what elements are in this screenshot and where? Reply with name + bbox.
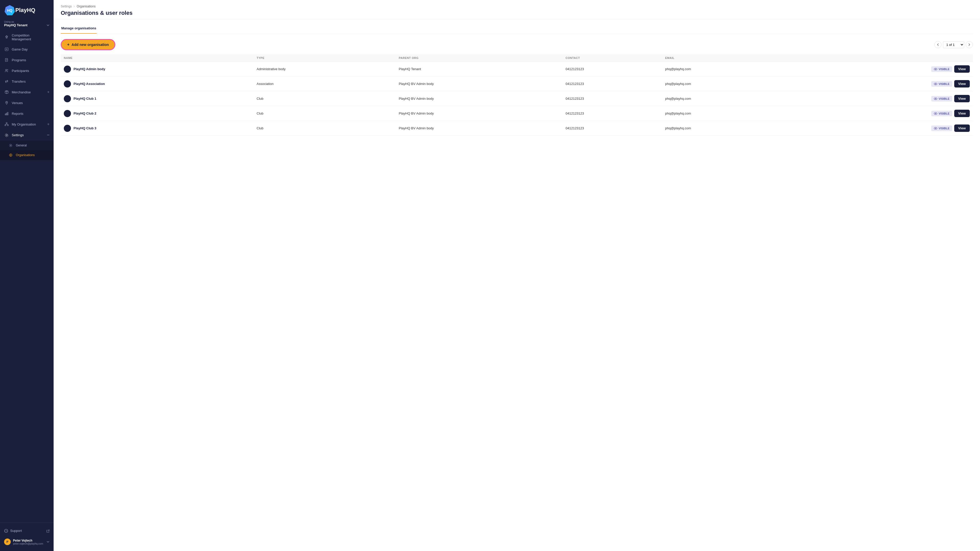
eye-icon: [934, 127, 937, 130]
cell-actions-4: VISIBLE View: [792, 121, 973, 136]
sidebar-item-transfers[interactable]: Transfers: [0, 76, 54, 87]
cell-actions-0: VISIBLE View: [792, 62, 973, 76]
svg-point-5: [6, 102, 7, 103]
svg-text:?: ?: [5, 530, 6, 532]
user-avatar: P: [4, 538, 11, 545]
venue-icon: [4, 100, 9, 105]
cell-actions-2: VISIBLE View: [792, 91, 973, 106]
sidebar-label-organisations: Organisations: [16, 153, 35, 157]
cell-name-3: PlayHQ Club 2: [61, 106, 254, 121]
myorg-plus-icon: +: [47, 122, 49, 127]
view-button-1[interactable]: View: [954, 80, 970, 87]
view-button-0[interactable]: View: [954, 65, 970, 73]
sidebar-label-myorg: My Organisation: [12, 122, 36, 126]
cell-type-2: Club: [254, 91, 396, 106]
tab-manage-organisations[interactable]: Manage organisations: [61, 24, 97, 34]
gameday-icon: [4, 47, 9, 52]
breadcrumb-root[interactable]: Settings: [61, 5, 72, 8]
svg-rect-6: [5, 114, 6, 115]
sidebar-label-participants: Participants: [12, 69, 29, 73]
cell-email-3: phq@playhq.com: [662, 106, 792, 121]
sidebar-item-myorg[interactable]: My Organisation +: [0, 119, 54, 130]
cell-email-4: phq@playhq.com: [662, 121, 792, 136]
cell-name-4: PlayHQ Club 3: [61, 121, 254, 136]
pagination: 1 of 1: [934, 41, 973, 48]
org-name-3: PlayHQ Club 2: [73, 111, 97, 115]
sidebar-item-participants[interactable]: Participants: [0, 65, 54, 76]
user-email: peter.vojtech@playhq.com: [13, 542, 46, 545]
table-row: PlayHQ Admin body Administrative body Pl…: [61, 62, 973, 76]
tenant-selector[interactable]: PlayHQ Tenant: [4, 23, 49, 27]
view-button-4[interactable]: View: [954, 124, 970, 132]
sidebar-item-gameday[interactable]: Game Day: [0, 44, 54, 55]
pagination-prev-button[interactable]: [934, 41, 942, 48]
cell-contact-0: 0412123123: [563, 62, 662, 76]
main-header: Settings > Organisations Organisations &…: [54, 0, 980, 19]
visible-badge-0[interactable]: VISIBLE: [931, 66, 952, 72]
sidebar-footer: ? Support P Peter Vojtech peter.vojtech@…: [0, 522, 54, 551]
cell-actions-1: VISIBLE View: [792, 76, 973, 91]
visible-badge-2[interactable]: VISIBLE: [931, 96, 952, 102]
cell-name-1: PlayHQ Association: [61, 76, 254, 91]
org-avatar-0: [64, 65, 71, 73]
view-button-3[interactable]: View: [954, 110, 970, 117]
sidebar-item-general[interactable]: General: [0, 141, 54, 150]
svg-point-24: [935, 113, 936, 114]
eye-icon: [934, 83, 937, 85]
question-icon: ?: [4, 529, 8, 533]
svg-point-18: [935, 68, 936, 70]
cell-parent-3: PlayHQ BV Admin body: [396, 106, 563, 121]
pagination-next-button[interactable]: [966, 41, 973, 48]
sidebar-item-settings[interactable]: Settings −: [0, 130, 54, 141]
cell-type-0: Administrative body: [254, 62, 396, 76]
sidebar-item-merchandise[interactable]: Merchandise +: [0, 87, 54, 97]
sidebar-item-organisations[interactable]: Organisations: [0, 150, 54, 160]
org-icon: [4, 122, 9, 127]
org-name-4: PlayHQ Club 3: [73, 126, 97, 130]
cell-parent-2: PlayHQ BV Admin body: [396, 91, 563, 106]
book-icon: [4, 57, 9, 62]
add-organisation-button[interactable]: + Add new organisation: [61, 39, 115, 50]
cell-name-2: PlayHQ Club 1: [61, 91, 254, 106]
svg-rect-10: [5, 125, 6, 126]
sidebar-item-venues[interactable]: Venues: [0, 97, 54, 108]
svg-rect-7: [6, 113, 7, 115]
support-link[interactable]: ? Support: [0, 526, 54, 536]
gear-icon: [8, 143, 13, 148]
sidebar-item-reports[interactable]: Reports: [0, 108, 54, 119]
svg-point-4: [7, 69, 8, 70]
add-icon: +: [67, 42, 69, 47]
cell-email-1: phq@playhq.com: [662, 76, 792, 91]
sidebar-item-programs[interactable]: Programs: [0, 55, 54, 65]
cell-email-0: phq@playhq.com: [662, 62, 792, 76]
table-header-row: NAME TYPE PARENT ORG CONTACT EMAIL: [61, 54, 973, 62]
cell-contact-4: 0412123123: [563, 121, 662, 136]
org-avatar-3: [64, 110, 71, 117]
svg-text:HQ: HQ: [7, 8, 13, 13]
external-link-icon: [46, 529, 49, 533]
user-profile[interactable]: P Peter Vojtech peter.vojtech@playhq.com: [0, 536, 54, 548]
sidebar-label-programs: Programs: [12, 58, 26, 62]
eye-icon: [934, 68, 937, 70]
sidebar-label-settings: Settings: [12, 133, 24, 137]
cell-contact-1: 0412123123: [563, 76, 662, 91]
visible-badge-1[interactable]: VISIBLE: [931, 81, 952, 87]
playhq-logo-icon: HQ: [4, 5, 15, 16]
visible-badge-4[interactable]: VISIBLE: [931, 125, 952, 131]
view-button-2[interactable]: View: [954, 95, 970, 102]
pagination-select[interactable]: 1 of 1: [943, 41, 964, 48]
support-label: Support: [10, 529, 22, 533]
breadcrumb-separator: >: [73, 5, 75, 8]
cell-parent-0: PlayHQ Tenant: [396, 62, 563, 76]
sidebar-label-reports: Reports: [12, 112, 24, 116]
visible-badge-3[interactable]: VISIBLE: [931, 111, 952, 116]
cell-contact-3: 0412123123: [563, 106, 662, 121]
svg-point-3: [6, 69, 7, 71]
col-name: NAME: [61, 54, 254, 62]
org-avatar-2: [64, 95, 71, 102]
sidebar-item-competition[interactable]: Competition Management: [0, 30, 54, 44]
sidebar-nav: Competition Management Game Day Programs…: [0, 30, 54, 522]
logo-area: HQ PlayHQ: [0, 0, 54, 19]
globe-icon: [8, 152, 13, 158]
table-row: PlayHQ Association Association PlayHQ BV…: [61, 76, 973, 91]
